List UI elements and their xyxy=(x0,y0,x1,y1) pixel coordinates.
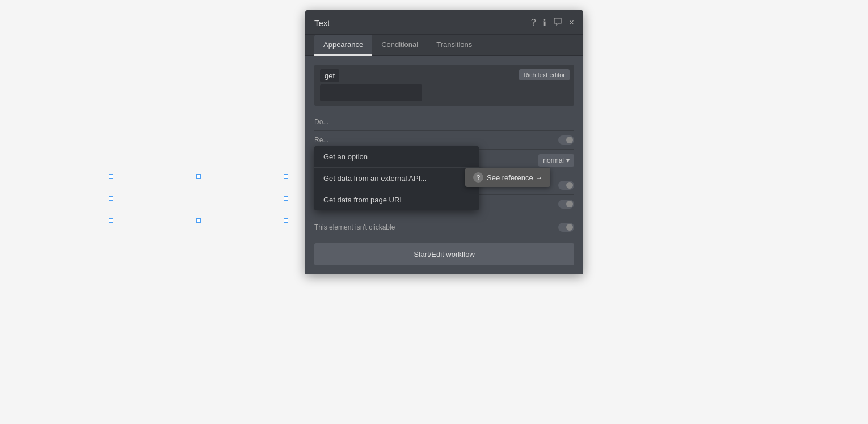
toggle-knob-shrink xyxy=(566,201,573,207)
handle-bottom-left[interactable] xyxy=(109,218,113,223)
handle-bottom-right[interactable] xyxy=(284,218,288,223)
text-input-area[interactable]: get Rich text editor xyxy=(314,65,574,106)
tab-appearance[interactable]: Appearance xyxy=(314,35,372,56)
rich-text-editor-button[interactable]: Rich text editor xyxy=(519,69,570,80)
question-mark-icon: ? xyxy=(473,172,483,183)
see-reference-text: See reference → xyxy=(487,173,542,182)
see-reference-tooltip[interactable]: ? See reference → xyxy=(465,168,550,187)
handle-middle-right[interactable] xyxy=(284,196,288,201)
menu-item-get-data-api[interactable]: Get data from an external API... xyxy=(314,168,479,189)
toggle-knob-clickable xyxy=(566,224,573,231)
panel-header: Text ? ℹ × xyxy=(305,10,583,35)
panel-icons: ? ℹ × xyxy=(531,17,574,28)
tab-conditional[interactable]: Conditional xyxy=(372,35,427,56)
dropdown-arrow-icon: ▾ xyxy=(566,156,570,164)
selected-text-element[interactable] xyxy=(111,176,286,221)
html-tag-dropdown[interactable]: normal ▾ xyxy=(538,154,574,167)
handle-top-middle[interactable] xyxy=(196,174,201,179)
close-icon[interactable]: × xyxy=(569,18,574,28)
dropdown-menu: Get an option Get data from an external … xyxy=(314,146,479,210)
handle-top-right[interactable] xyxy=(284,174,288,179)
html-tag-value: normal xyxy=(543,156,564,164)
settings-label-do: Do... xyxy=(314,118,574,126)
handle-top-left[interactable] xyxy=(109,174,113,179)
menu-item-get-data-url[interactable]: Get data from page URL xyxy=(314,189,479,210)
settings-label-re: Re... xyxy=(314,136,558,144)
panel-title: Text xyxy=(314,18,330,28)
toggle-cutoff[interactable] xyxy=(558,181,574,190)
text-input-dark-area xyxy=(320,84,422,101)
info-icon[interactable]: ℹ xyxy=(543,18,546,28)
handle-middle-left[interactable] xyxy=(109,196,113,201)
handle-bottom-middle[interactable] xyxy=(196,218,201,223)
settings-row-clickable: This element isn't clickable xyxy=(314,218,574,236)
tabs-bar: Appearance Conditional Transitions xyxy=(305,35,583,56)
text-panel: Text ? ℹ × Appearance Conditional Transi… xyxy=(305,10,583,274)
toggle-shrink[interactable] xyxy=(558,200,574,209)
spacer2 xyxy=(314,213,574,218)
toggle-knob-re xyxy=(566,137,573,143)
comment-icon[interactable] xyxy=(553,17,562,28)
toggle-re[interactable] xyxy=(558,135,574,145)
toggle-clickable[interactable] xyxy=(558,223,574,232)
help-icon[interactable]: ? xyxy=(531,18,536,28)
workflow-button[interactable]: Start/Edit workflow xyxy=(314,243,574,265)
tab-transitions[interactable]: Transitions xyxy=(427,35,481,56)
settings-label-clickable: This element isn't clickable xyxy=(314,223,558,231)
text-input-value[interactable]: get xyxy=(320,69,339,82)
menu-item-get-option[interactable]: Get an option xyxy=(314,146,479,168)
settings-row-do: Do... xyxy=(314,113,574,130)
toggle-knob-cutoff xyxy=(566,182,573,189)
